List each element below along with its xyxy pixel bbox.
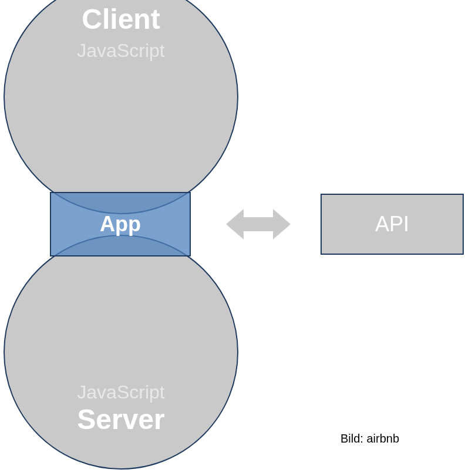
server-title: Server [77, 403, 164, 436]
bidirectional-arrow-icon [226, 204, 291, 244]
api-label: API [375, 212, 409, 237]
app-box: App [50, 192, 191, 256]
app-label: App [100, 212, 141, 237]
attribution-text: Bild: airbnb [340, 432, 399, 445]
api-box: API [321, 194, 464, 255]
svg-marker-0 [226, 209, 291, 239]
server-circle: JavaScript Server [4, 235, 238, 470]
client-title: Client [82, 3, 160, 35]
server-subtitle: JavaScript [77, 382, 164, 403]
client-subtitle: JavaScript [77, 40, 164, 62]
client-circle: Client JavaScript [4, 0, 238, 214]
